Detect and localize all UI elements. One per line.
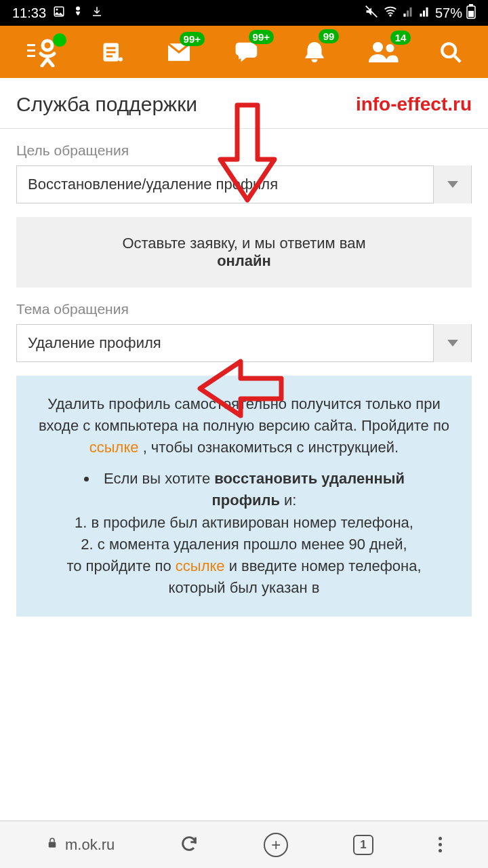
download-icon <box>91 5 103 21</box>
numbered-2: 2. с момента удаления прошло менее 90 дн… <box>37 534 451 555</box>
notice-line1: Оставьте заявку, и мы ответим вам <box>122 235 365 252</box>
topic-value: Удаление профиля <box>17 334 433 352</box>
messages-badge: 99+ <box>180 32 205 46</box>
status-right: 57% <box>365 4 476 22</box>
svg-rect-8 <box>27 44 35 46</box>
url-text: m.ok.ru <box>65 836 115 854</box>
info-text-2: , чтобы ознакомиться с инструкцией. <box>139 439 399 456</box>
topic-label: Тема обращения <box>16 301 472 317</box>
url-area[interactable]: m.ok.ru <box>46 836 115 854</box>
discussions-button[interactable]: 99+ <box>233 39 262 65</box>
mute-icon <box>365 5 378 22</box>
instruction-link[interactable]: ссылке <box>89 439 139 456</box>
search-button[interactable] <box>439 41 462 64</box>
menu-logo-button[interactable] <box>26 37 60 67</box>
svg-rect-14 <box>106 51 116 53</box>
status-bar: 11:33 57% <box>0 0 488 26</box>
wifi-icon <box>382 5 399 22</box>
svg-line-20 <box>455 56 461 62</box>
app-icon <box>72 5 84 22</box>
topic-select[interactable]: Удаление профиля <box>16 324 472 362</box>
svg-rect-15 <box>106 55 113 57</box>
chevron-down-icon <box>433 165 471 203</box>
numbered-1: 1. в профиле был активирован номер телеф… <box>37 512 451 534</box>
annotation-arrow-left-icon <box>197 358 285 419</box>
chevron-down-icon <box>433 324 471 362</box>
battery-text: 57% <box>435 5 462 21</box>
online-dot-icon <box>53 33 66 47</box>
lock-icon <box>46 836 58 853</box>
status-left: 11:33 <box>12 5 103 22</box>
signal2-icon <box>419 5 431 21</box>
notifications-badge: 99 <box>319 29 339 43</box>
new-tab-button[interactable]: + <box>264 833 288 857</box>
svg-point-1 <box>56 8 58 10</box>
discussions-badge: 99+ <box>249 30 274 44</box>
reload-button[interactable] <box>180 834 199 856</box>
app-header: 99+ 99+ 99 14 <box>0 26 488 78</box>
friends-badge: 14 <box>390 31 411 45</box>
restore-link[interactable]: ссылке <box>176 557 225 574</box>
svg-point-2 <box>76 6 80 10</box>
svg-rect-9 <box>27 50 35 52</box>
browser-bar: m.ok.ru + 1 <box>0 821 488 868</box>
notice-line2: онлайн <box>217 252 271 269</box>
tabs-button[interactable]: 1 <box>353 835 373 855</box>
svg-rect-6 <box>469 4 473 6</box>
svg-rect-21 <box>49 842 56 848</box>
watermark-text: info-effect.ru <box>356 94 472 115</box>
bullet-list: Если вы хотите восстановить удаленный пр… <box>37 468 451 511</box>
annotation-arrow-down-icon <box>217 102 278 203</box>
svg-rect-13 <box>106 47 116 49</box>
svg-point-4 <box>390 15 391 16</box>
svg-point-11 <box>43 41 52 50</box>
svg-point-19 <box>442 43 455 57</box>
picture-icon <box>53 5 65 21</box>
notice-box: Оставьте заявку, и мы ответим вам онлайн <box>16 217 472 288</box>
page-title: Служба поддержки <box>16 93 197 116</box>
notifications-button[interactable]: 99 <box>302 39 327 66</box>
friends-button[interactable]: 14 <box>367 40 399 64</box>
svg-point-18 <box>386 44 394 52</box>
status-time: 11:33 <box>12 5 46 21</box>
info-text-3: то пройдите по <box>66 557 175 574</box>
menu-button[interactable] <box>439 837 442 852</box>
list-item: Если вы хотите восстановить удаленный пр… <box>98 468 451 511</box>
messages-button[interactable]: 99+ <box>165 41 192 63</box>
battery-icon <box>466 4 476 22</box>
signal1-icon <box>403 5 415 21</box>
feed-button[interactable] <box>100 40 125 64</box>
svg-point-17 <box>373 42 383 52</box>
svg-rect-7 <box>468 11 474 17</box>
svg-point-16 <box>119 57 123 61</box>
svg-rect-10 <box>27 55 35 57</box>
topic-section: Тема обращения Удаление профиля <box>0 288 488 362</box>
